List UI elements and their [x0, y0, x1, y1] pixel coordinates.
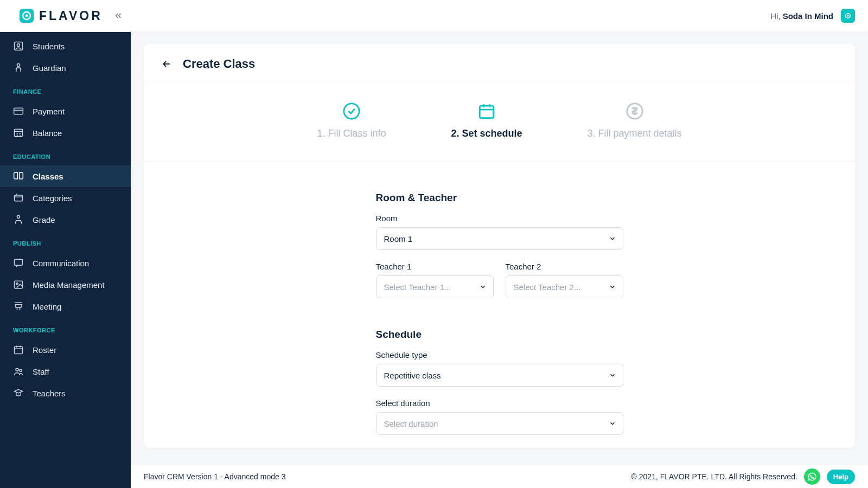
svg-point-18 [344, 104, 359, 119]
main-card: Create Class 1. Fill Class info 2. Set s… [144, 44, 855, 448]
sidebar-item-label: Grade [33, 215, 55, 224]
greeting-username: Soda In Mind [783, 11, 833, 21]
greeting-prefix: Hi, [770, 11, 783, 21]
sidebar-item-label: Teachers [33, 389, 66, 398]
sidebar-item-label: Staff [33, 367, 49, 376]
footer-version: Flavor CRM Version 1 - Advanced mode 3 [144, 472, 285, 481]
teacher1-placeholder: Select Teacher 1... [384, 282, 451, 292]
help-label: Help [833, 473, 848, 481]
sidebar-item-categories[interactable]: Categories [0, 187, 131, 209]
step-label: 2. Set schedule [451, 128, 522, 139]
sidebar-item-label: Payment [33, 107, 65, 116]
podium-icon [13, 301, 24, 312]
sidebar-item-label: Categories [33, 194, 72, 203]
sidebar-item-teachers[interactable]: Teachers [0, 382, 131, 404]
sidebar: Students Guardian FINANCE Payment Balanc… [0, 32, 131, 488]
footer-copyright: © 2021, FLAVOR PTE. LTD. All Rights Rese… [631, 472, 797, 481]
teacher-icon [13, 388, 24, 399]
duration-select[interactable]: Select duration [376, 412, 623, 435]
sidebar-item-communication[interactable]: Communication [0, 252, 131, 274]
svg-rect-10 [15, 195, 23, 201]
svg-rect-13 [15, 281, 23, 288]
svg-rect-15 [15, 346, 23, 354]
step-1[interactable]: 1. Fill Class info [317, 102, 386, 139]
calendar-schedule-icon [477, 102, 496, 120]
sidebar-section-education: EDUCATION [0, 144, 131, 165]
step-3[interactable]: 3. Fill payment details [588, 102, 682, 139]
svg-rect-19 [480, 106, 494, 118]
avatar-icon [844, 11, 852, 20]
chevron-double-left-icon [113, 11, 123, 21]
teacher2-select[interactable]: Select Teacher 2... [506, 275, 623, 298]
room-select[interactable]: Room 1 [376, 227, 623, 250]
sidebar-collapse-button[interactable] [113, 11, 123, 21]
dollar-circle-icon [626, 102, 644, 120]
sidebar-item-label: Roster [33, 345, 56, 355]
sidebar-item-staff[interactable]: Staff [0, 361, 131, 382]
chevron-down-icon [609, 235, 616, 242]
sidebar-section-workforce: WORKFORCE [0, 317, 131, 339]
svg-point-2 [25, 15, 28, 17]
sidebar-item-label: Meeting [33, 302, 61, 311]
sidebar-item-label: Balance [33, 129, 62, 138]
guardian-icon [13, 62, 24, 73]
teacher1-select[interactable]: Select Teacher 1... [376, 275, 494, 298]
help-button[interactable]: Help [827, 470, 855, 484]
chevron-down-icon [609, 283, 616, 291]
teacher1-label: Teacher 1 [376, 262, 494, 271]
grade-icon [13, 214, 24, 225]
sidebar-item-label: Guardian [33, 63, 66, 73]
back-button[interactable] [161, 59, 172, 69]
card-icon [13, 106, 24, 117]
chevron-down-icon [609, 420, 616, 427]
svg-point-14 [16, 283, 18, 285]
book-icon [13, 171, 24, 182]
sidebar-item-payment[interactable]: Payment [0, 100, 131, 122]
sidebar-item-guardian[interactable]: Guardian [0, 57, 131, 79]
whatsapp-button[interactable] [804, 468, 820, 485]
user-avatar[interactable] [841, 9, 855, 23]
footer: Flavor CRM Version 1 - Advanced mode 3 ©… [131, 465, 868, 488]
sidebar-item-media-management[interactable]: Media Management [0, 274, 131, 296]
svg-rect-9 [15, 129, 23, 136]
card-header: Create Class [144, 44, 855, 82]
calendar-icon [13, 344, 24, 355]
sidebar-item-roster[interactable]: Roster [0, 339, 131, 361]
section-room-teacher-title: Room & Teacher [376, 192, 623, 204]
sidebar-item-grade[interactable]: Grade [0, 209, 131, 230]
sidebar-item-students[interactable]: Students [0, 35, 131, 57]
chevron-down-icon [609, 371, 616, 379]
brand-logo[interactable]: FLAVOR [20, 9, 103, 23]
teacher2-label: Teacher 2 [506, 262, 623, 271]
sidebar-item-meeting[interactable]: Meeting [0, 296, 131, 317]
room-select-value: Room 1 [384, 234, 413, 243]
sidebar-item-balance[interactable]: Balance [0, 122, 131, 144]
form-area: Room & Teacher Room Room 1 Teac [144, 162, 855, 448]
logo-icon [20, 9, 34, 23]
svg-point-4 [847, 15, 848, 16]
svg-point-11 [17, 216, 20, 219]
step-2[interactable]: 2. Set schedule [451, 102, 522, 139]
ledger-icon [13, 127, 24, 138]
step-label: 3. Fill payment details [588, 128, 682, 139]
page-title: Create Class [183, 57, 255, 71]
svg-point-6 [17, 44, 20, 47]
sidebar-section-finance: FINANCE [0, 79, 131, 100]
chat-icon [13, 258, 24, 268]
schedule-type-label: Schedule type [376, 350, 623, 359]
arrow-left-icon [161, 59, 172, 69]
user-box-icon [13, 41, 24, 52]
svg-rect-12 [15, 259, 23, 265]
chevron-down-icon [479, 283, 487, 291]
section-schedule-title: Schedule [376, 329, 623, 341]
svg-rect-5 [15, 42, 23, 50]
sidebar-item-label: Communication [33, 259, 89, 268]
brand-name: FLAVOR [39, 9, 103, 23]
duration-placeholder: Select duration [384, 419, 438, 428]
schedule-type-select[interactable]: Repetitive class [376, 364, 623, 387]
folder-icon [13, 192, 24, 203]
greeting: Hi, Soda In Mind [770, 11, 833, 21]
svg-point-7 [17, 64, 20, 67]
sidebar-item-classes[interactable]: Classes [0, 165, 131, 187]
image-icon [13, 279, 24, 290]
